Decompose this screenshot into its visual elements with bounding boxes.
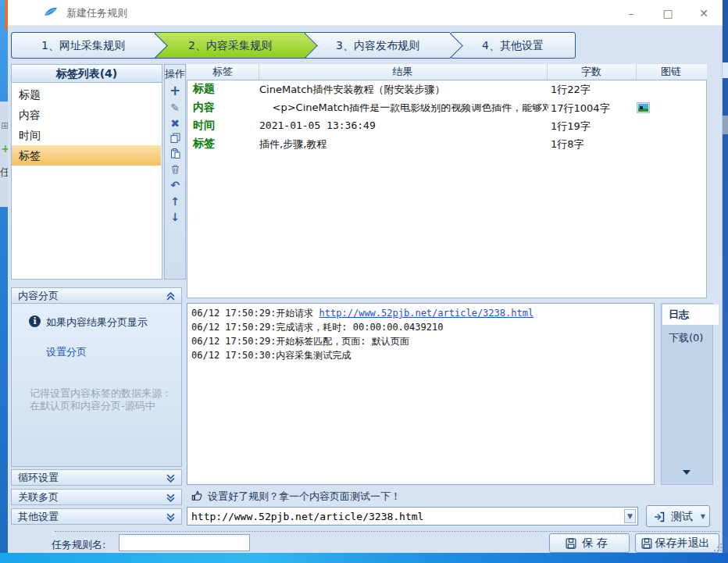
test-dropdown-icon[interactable]: ▼	[701, 507, 705, 527]
run-test-icon	[654, 511, 665, 522]
tab-log[interactable]: 日志	[662, 305, 719, 325]
maximize-button[interactable]: □	[656, 5, 680, 22]
related-pages-header[interactable]: 关联多页	[11, 489, 182, 505]
test-url-input[interactable]	[187, 507, 638, 526]
pagination-note-line1: 记得设置内容标签的数据来源：	[30, 387, 172, 400]
tag-item-content[interactable]: 内容	[12, 105, 161, 125]
tab-other-settings[interactable]: 4、其他设置	[450, 32, 576, 59]
table-row[interactable]: 时间 2021-01-05 13:36:49 1行19字	[187, 117, 706, 135]
operations-header: 操作	[164, 67, 186, 81]
minimize-button[interactable]: –	[619, 5, 643, 22]
log-line: 06/12 17:50:29:完成请求，耗时: 00:00:00.0439210	[191, 320, 443, 334]
result-table-header: 标签 结果 字数 图链	[187, 64, 707, 80]
screen: ⊞ + 任 新建任务规则 – □ ✕ 1、网址采集规则 2、内容采集规则 3、内…	[0, 0, 728, 563]
tab-content-collect-rules[interactable]: 2、内容采集规则	[155, 32, 305, 59]
save-icon	[641, 538, 652, 549]
pagination-panel-body: i 如果内容结果分页显示 设置分页 记得设置内容标签的数据来源： 在默认页和内容…	[11, 304, 182, 467]
table-row[interactable]: 标签 插件,步骤,教程 1行8字	[187, 135, 706, 153]
collapse-up-icon[interactable]	[166, 292, 175, 301]
row-tag-label: 时间	[193, 119, 215, 133]
info-icon: i	[29, 315, 41, 327]
row-tag-label: 标题	[193, 82, 215, 96]
pagination-panel-header[interactable]: 内容分页	[11, 287, 182, 304]
background-right-fragment	[723, 62, 728, 78]
column-header-result: 结果	[259, 64, 548, 80]
tag-item-title[interactable]: 标题	[12, 84, 161, 105]
move-down-icon[interactable]: ↓	[164, 211, 186, 225]
resize-grip[interactable]	[714, 543, 722, 551]
paste-icon[interactable]	[164, 148, 186, 162]
copy-icon[interactable]	[164, 133, 186, 147]
rule-name-label: 任务规则名:	[52, 538, 105, 552]
set-pagination-link[interactable]: 设置分页	[46, 345, 87, 359]
bottom-separator	[55, 531, 720, 532]
tag-item-tags[interactable]: 标签	[12, 145, 161, 166]
expand-down-icon[interactable]	[166, 474, 175, 483]
edit-icon[interactable]: ✎	[164, 102, 186, 116]
tab-content-publish-rules[interactable]: 3、内容发布规则	[305, 32, 450, 59]
trash-icon[interactable]	[164, 164, 186, 178]
background-window-bottom-strip	[0, 553, 728, 563]
row-result: <p>CineMatch插件是一款电影级别的视频调色插件，能够对单个视	[259, 104, 548, 115]
log-line: 06/12 17:50:29:开始请求 http://www.52pjb.net…	[191, 306, 534, 320]
row-result: 2021-01-05 13:36:49	[259, 119, 376, 131]
move-up-icon[interactable]: ↑	[164, 195, 186, 209]
test-button[interactable]: 测试 ▼	[646, 505, 710, 527]
close-button[interactable]: ✕	[692, 5, 716, 22]
other-settings-header[interactable]: 其他设置	[11, 508, 182, 525]
expand-down-icon[interactable]	[166, 494, 175, 502]
delete-icon[interactable]: ✖	[164, 117, 186, 131]
loop-settings-header[interactable]: 循环设置	[11, 469, 182, 486]
background-right-fragment	[723, 116, 728, 134]
window-title: 新建任务规则	[66, 6, 127, 20]
image-thumbnail-icon[interactable]	[637, 102, 650, 113]
row-count: 1行8字	[551, 137, 584, 151]
row-tag-label: 内容	[193, 101, 215, 115]
undo-icon[interactable]: ↶	[164, 179, 186, 193]
tab-download[interactable]: 下载(0)	[662, 328, 719, 348]
row-result: 插件,步骤,教程	[259, 137, 327, 151]
column-header-tag: 标签	[187, 64, 259, 80]
row-count: 17行1004字	[551, 102, 610, 116]
tag-list-header: 标签列表(4)	[11, 64, 162, 83]
url-dropdown-button[interactable]: ▼	[624, 509, 636, 523]
app-icon	[43, 6, 59, 19]
row-count: 1行19字	[551, 119, 591, 134]
expand-down-icon[interactable]	[166, 513, 175, 522]
table-row[interactable]: 标题 CineMatch插件安装教程（附安装步骤） 1行22字	[187, 80, 706, 99]
log-url-link[interactable]: http://www.52pjb.net/article/3238.html	[319, 308, 534, 319]
row-tag-label: 标签	[193, 137, 215, 151]
log-output[interactable]: 06/12 17:50:29:开始请求 http://www.52pjb.net…	[187, 303, 655, 485]
pagination-info-text: 如果内容结果分页显示	[46, 315, 148, 330]
rule-name-input[interactable]	[119, 534, 250, 551]
save-icon	[566, 538, 576, 549]
row-result: CineMatch插件安装教程（附安装步骤）	[259, 83, 445, 97]
save-button[interactable]: 保 存	[549, 533, 630, 553]
tag-item-time[interactable]: 时间	[12, 125, 161, 145]
pagination-note-line2: 在默认页和内容分页-源码中	[30, 400, 155, 412]
background-toolbar-fragment: ⊞ + 任	[0, 102, 8, 207]
thumbs-up-icon	[191, 489, 203, 501]
background-window-right-strip	[723, 0, 728, 553]
background-window-left-strip	[0, 0, 8, 563]
save-and-exit-button[interactable]: 保存并退出	[635, 533, 719, 553]
column-header-imagelink: 图链	[636, 64, 706, 80]
row-count: 1行22字	[551, 83, 591, 97]
table-row[interactable]: 内容 <p>CineMatch插件是一款电影级别的视频调色插件，能够对单个视 1…	[187, 99, 706, 117]
add-icon[interactable]: +	[164, 84, 186, 98]
log-tab-panel: 日志 下载(0)	[661, 303, 713, 485]
tab-url-collect-rules[interactable]: 1、网址采集规则	[11, 32, 155, 59]
log-line: 06/12 17:50:29:开始标签匹配，页面: 默认页面	[191, 334, 409, 348]
column-header-count: 字数	[547, 64, 637, 80]
log-line: 06/12 17:50:30:内容采集测试完成	[191, 348, 351, 362]
scroll-down-icon[interactable]	[683, 470, 691, 475]
test-hint-text: 设置好了规则？拿一个内容页面测试一下！	[208, 490, 401, 504]
